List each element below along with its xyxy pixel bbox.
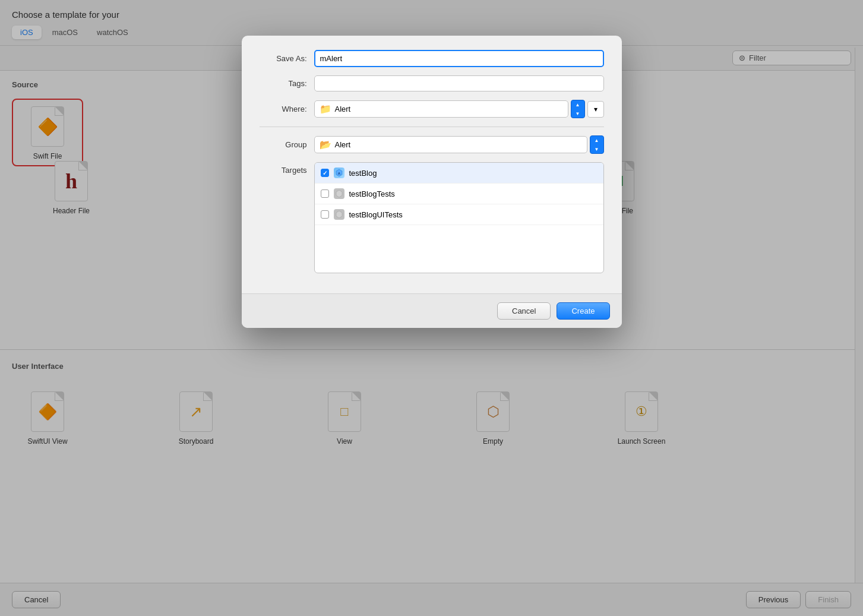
where-selector: 📁 Alert ▲ ▼ ▾ bbox=[314, 100, 604, 118]
target-icon-testblog: A bbox=[334, 168, 344, 178]
where-value: Alert bbox=[335, 105, 351, 113]
target-checkbox-testblog[interactable]: ✓ bbox=[321, 169, 329, 177]
where-folder-icon: 📁 bbox=[320, 103, 331, 115]
target-label-testblog: testBlog bbox=[349, 169, 377, 178]
where-disclosure-button[interactable]: ▾ bbox=[587, 101, 604, 118]
targets-row: Targets ✓ A testBlog bbox=[260, 162, 604, 273]
save-as-input[interactable] bbox=[314, 50, 604, 67]
target-item-testblog[interactable]: ✓ A testBlog bbox=[315, 163, 603, 184]
targets-empty-area bbox=[315, 225, 603, 273]
target-label-testblogtests: testBlogTests bbox=[349, 189, 395, 198]
group-folder-icon: 📂 bbox=[320, 139, 331, 150]
save-as-label: Save As: bbox=[260, 54, 307, 63]
tags-row: Tags: bbox=[260, 75, 604, 91]
modal-overlay: Save As: Tags: Where: 📁 Alert ▲ bbox=[0, 0, 863, 616]
dialog-create-button[interactable]: Create bbox=[557, 302, 609, 320]
where-row: Where: 📁 Alert ▲ ▼ ▾ bbox=[260, 100, 604, 118]
group-stepper-up[interactable]: ▲ bbox=[590, 136, 603, 144]
checkmark: ✓ bbox=[323, 170, 327, 176]
tags-label: Tags: bbox=[260, 79, 307, 88]
save-as-row: Save As: bbox=[260, 50, 604, 67]
target-label-testbloguitests: testBlogUITests bbox=[349, 210, 403, 219]
where-stepper: ▲ ▼ bbox=[571, 100, 585, 118]
save-dialog: Save As: Tags: Where: 📁 Alert ▲ bbox=[242, 36, 622, 328]
group-stepper-down[interactable]: ▼ bbox=[590, 145, 603, 153]
target-logo-testblog: A bbox=[335, 169, 343, 177]
where-label: Where: bbox=[260, 105, 307, 113]
group-label: Group bbox=[260, 140, 307, 149]
target-logo-testbloguitests bbox=[335, 210, 343, 219]
group-row: Group 📂 Alert ▲ ▼ bbox=[260, 135, 604, 154]
svg-text:A: A bbox=[337, 172, 340, 175]
target-checkbox-testbloguitests[interactable] bbox=[321, 210, 329, 219]
target-checkbox-testblogtests[interactable] bbox=[321, 189, 329, 198]
target-logo-testblogtests bbox=[335, 189, 343, 198]
where-dropdown[interactable]: 📁 Alert bbox=[314, 100, 568, 118]
target-item-testbloguitests[interactable]: testBlogUITests bbox=[315, 204, 603, 225]
where-stepper-up[interactable]: ▲ bbox=[571, 100, 584, 109]
dialog-cancel-button[interactable]: Cancel bbox=[497, 302, 551, 320]
group-dropdown[interactable]: 📂 Alert bbox=[314, 136, 587, 153]
tags-input[interactable] bbox=[314, 75, 604, 91]
target-item-testblogtests[interactable]: testBlogTests bbox=[315, 184, 603, 204]
targets-label: Targets bbox=[260, 162, 307, 175]
dialog-content: Save As: Tags: Where: 📁 Alert ▲ bbox=[242, 36, 622, 293]
group-stepper: ▲ ▼ bbox=[590, 135, 604, 154]
targets-list: ✓ A testBlog bbox=[314, 162, 604, 273]
target-icon-testbloguitests bbox=[334, 209, 344, 220]
dialog-buttons: Cancel Create bbox=[242, 293, 622, 328]
target-icon-testblogtests bbox=[334, 188, 344, 199]
where-stepper-down[interactable]: ▼ bbox=[571, 109, 584, 118]
group-selector: 📂 Alert ▲ ▼ bbox=[314, 135, 604, 154]
dialog-separator-1 bbox=[260, 127, 604, 127]
group-value: Alert bbox=[335, 140, 351, 149]
